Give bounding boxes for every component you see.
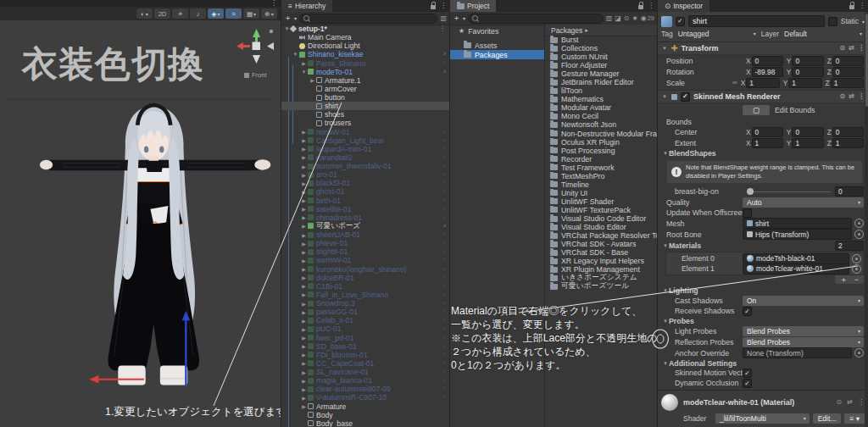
material-element-1-field[interactable]: modeTclear-white-01 (743, 263, 849, 274)
foldout-icon[interactable]: ▶ (300, 386, 308, 392)
prefab-chevron-icon[interactable]: › (443, 206, 446, 213)
transform-header[interactable]: ▼ ✛ Transform ⊙ ⇄ ⋮ (658, 42, 868, 55)
hierarchy-item-v-autumnsr-c907-10[interactable]: ▶V-autumnsR-C907-10› (281, 393, 449, 402)
quality-dropdown[interactable]: Auto (743, 197, 864, 208)
hierarchy-item-button[interactable]: button (281, 93, 449, 102)
rotation-y-field[interactable]: 0 (792, 67, 823, 77)
hierarchy-item-ghost-01[interactable]: ▶ghost-01› (281, 187, 449, 196)
blendshape-slider[interactable] (747, 187, 831, 196)
offscreen-checkbox[interactable] (743, 208, 752, 218)
inspector-scrollbar[interactable] (865, 12, 868, 427)
prefab-chevron-icon[interactable]: › (443, 274, 446, 281)
foldout-icon[interactable]: ▶ (300, 266, 308, 272)
blendshapes-foldout[interactable]: ▼ BlendShapes (658, 148, 868, 158)
prefab-chevron-icon[interactable]: › (443, 146, 446, 152)
blendshape-value-field[interactable]: 0 (835, 186, 864, 197)
prefab-chevron-icon[interactable]: › (443, 377, 446, 384)
material-element-0-picker-icon[interactable] (852, 254, 861, 263)
hierarchy-item-aro-01[interactable]: ▶aro-01› (281, 170, 449, 179)
package-item-unity-ui[interactable]: Unity UI (546, 189, 657, 197)
prefab-chevron-icon[interactable]: › (443, 308, 446, 315)
position-z-field[interactable]: 0 (832, 56, 864, 66)
foldout-icon[interactable]: ▶ (300, 60, 308, 66)
probes-foldout[interactable]: ▼ Probes (658, 316, 868, 325)
foldout-icon[interactable]: ▶ (300, 258, 308, 263)
prefab-chevron-icon[interactable]: › (443, 283, 446, 290)
hierarchy-item-armature[interactable]: ▶Armature (281, 402, 449, 411)
panel-menu-icon[interactable]: ⋮ (648, 3, 654, 9)
dynamic-occlusion-checkbox[interactable] (743, 379, 752, 388)
character-model[interactable] (0, 20, 281, 427)
prefab-chevron-icon[interactable]: › (443, 154, 446, 161)
assets-root-item[interactable]: Assets (450, 41, 544, 50)
hierarchy-item-shinano-kisekae[interactable]: ▼Shinano_kisekae› (281, 50, 449, 58)
hierarchy-item-fall-in-love-shinano[interactable]: ▶Fall_in_Love_Shinano› (281, 291, 449, 299)
hierarchy-item-shirt[interactable]: shirt (281, 102, 449, 110)
foldout-icon[interactable]: ▶ (300, 378, 308, 384)
foldout-icon[interactable]: ▶ (300, 223, 308, 229)
scene-lighting-button[interactable]: ☀ (172, 8, 188, 19)
scene-canvas[interactable]: 衣装色切換 Front (0, 20, 281, 427)
prefab-chevron-icon[interactable]: › (443, 180, 446, 186)
center-y-field[interactable]: 0 (792, 127, 823, 137)
hierarchy-item-slight8-01[interactable]: ▶slight8-01› (281, 247, 449, 256)
prefab-chevron-icon[interactable]: › (443, 300, 446, 307)
hierarchy-item-main-camera[interactable]: Main Camera (281, 33, 449, 42)
material-element-0-field[interactable]: modeTsh-black-01 (743, 253, 849, 264)
package-item-xr-plugin-management[interactable]: XR Plugin Management (546, 265, 657, 274)
prefab-chevron-icon[interactable]: › (443, 352, 446, 358)
reflection-probes-dropdown[interactable]: Blend Probes (743, 337, 864, 347)
static-checkbox[interactable] (828, 17, 837, 26)
presets-icon[interactable]: ⇄ (849, 45, 854, 52)
gizmos-button[interactable]: ⊕▾ (261, 8, 277, 19)
material-element-0-row[interactable]: Element 0 modeTsh-black-01 (668, 253, 861, 263)
hidden-objects-eye-icon[interactable]: ◉29 (641, 15, 654, 22)
prefab-chevron-icon[interactable]: › (443, 137, 446, 144)
foldout-icon[interactable]: ▶ (300, 283, 308, 289)
foldout-icon[interactable]: ▶ (300, 352, 308, 358)
foldout-icon[interactable]: ▶ (300, 164, 308, 169)
package-item-item[interactable]: いきさポーズシステム (546, 274, 657, 282)
lighting-foldout[interactable]: ▼ Lighting (658, 286, 868, 295)
package-item-floor-adjuster[interactable]: Floor Adjuster (546, 61, 657, 69)
prefab-chevron-icon[interactable]: › (443, 394, 446, 401)
mesh-object-field[interactable]: shirt (743, 218, 852, 229)
prefab-chevron-icon[interactable]: › (443, 197, 446, 204)
package-item-burst[interactable]: Burst (546, 36, 657, 44)
package-item-visual-studio-editor[interactable]: Visual Studio Editor (546, 223, 657, 231)
hierarchy-item-clear-autumnsei907-09[interactable]: ▶clear-autumnsei907-09› (281, 385, 449, 393)
prefab-chevron-icon[interactable]: › (443, 291, 446, 298)
package-item-mathematics[interactable]: Mathematics (546, 95, 657, 103)
smr-header[interactable]: ▼ Skinned Mesh Renderer ⊙ ⇄ ⋮ (658, 91, 868, 103)
prefab-chevron-icon[interactable]: › (443, 51, 446, 58)
package-item-test-framework[interactable]: Test Framework (546, 164, 657, 172)
foldout-icon[interactable]: ▶ (300, 301, 308, 307)
hierarchy-item-earandtail2[interactable]: ▶earandtail2› (281, 153, 449, 162)
prefab-chevron-icon[interactable]: › (443, 60, 446, 67)
component-menu-icon[interactable]: ⋮ (858, 45, 865, 52)
scale-z-field[interactable]: 1 (831, 78, 864, 88)
hierarchy-item-armcover[interactable]: armCover (281, 85, 449, 93)
hierarchy-item-body-base[interactable]: Body_base (281, 419, 449, 427)
2d-toggle-button[interactable]: 2D (154, 8, 170, 19)
panel-menu-icon[interactable]: ⋮ (859, 3, 865, 9)
package-item-unlitwf-shader[interactable]: UnlitWF Shader (546, 197, 657, 206)
package-item-liltoon[interactable]: lilToon (546, 86, 657, 95)
favorites-item[interactable]: ★ Favorites (450, 26, 544, 36)
scene-audio-button[interactable]: ♪ (190, 8, 206, 19)
help-icon[interactable]: ⊙ (840, 93, 846, 100)
hierarchy-item-modeto-01[interactable]: ▼modeTo-01› (281, 68, 449, 76)
package-item-timeline[interactable]: Timeline (546, 180, 657, 189)
prefab-chevron-icon[interactable]: › (443, 223, 446, 230)
center-z-field[interactable]: 0 (832, 127, 864, 137)
package-item-vrchat-sdk-base[interactable]: VRChat SDK - Base (546, 248, 657, 257)
hierarchy-item-armature-1[interactable]: ▶Armature.1 (281, 76, 449, 85)
foldout-icon[interactable]: ▶ (300, 206, 308, 212)
foldout-icon[interactable]: ▶ (300, 172, 308, 178)
foldout-icon[interactable]: ▶ (300, 214, 308, 220)
foldout-icon[interactable]: ▶ (300, 395, 308, 401)
prefab-chevron-icon[interactable]: › (443, 171, 446, 178)
package-item-modular-avatar[interactable]: Modular Avatar (546, 103, 657, 112)
presets-icon[interactable]: ⇄ (847, 399, 853, 406)
hierarchy-item-birth-01[interactable]: ▶birth-01› (281, 197, 449, 205)
